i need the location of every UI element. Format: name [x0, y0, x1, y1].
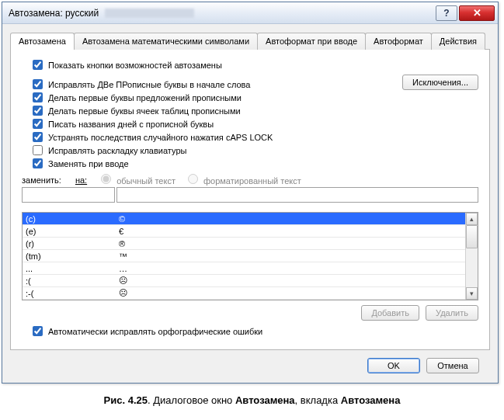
table-row[interactable]: :(☹ [23, 275, 465, 287]
replace-label: заменить: [22, 175, 61, 185]
ok-button[interactable]: OK [367, 358, 420, 373]
chk-keyboard[interactable] [33, 145, 43, 155]
tab-panel: Показать кнопки возможностей автозамены … [10, 49, 490, 350]
tab-actions[interactable]: Действия [431, 33, 485, 50]
tab-autocorrect[interactable]: Автозамена [10, 33, 75, 50]
tab-strip: Автозамена Автозамена математическими си… [10, 33, 490, 50]
table-row[interactable]: (e)€ [23, 225, 465, 238]
lbl-keyboard: Исправлять раскладку клавиатуры [48, 146, 186, 155]
cancel-button[interactable]: Отмена [426, 358, 479, 373]
title-bar[interactable]: Автозамена: русский ? ✕ [2, 2, 498, 24]
cell-from: ... [23, 264, 116, 273]
window-title: Автозамена: русский [9, 8, 436, 19]
exceptions-button[interactable]: Исключения... [402, 75, 478, 90]
cell-to: … [116, 264, 465, 273]
table-row[interactable]: (r)® [23, 238, 465, 250]
title-blur [105, 9, 194, 18]
with-label: на: [75, 175, 87, 185]
chk-show-buttons[interactable] [33, 60, 43, 70]
radio-plain-wrap: обычный текст [101, 174, 176, 186]
figure-caption: Рис. 4.25. Диалоговое окно Автозамена, в… [0, 385, 504, 411]
chk-spellfix[interactable] [33, 326, 43, 336]
cell-to: ☹ [116, 276, 465, 286]
delete-button[interactable]: Удалить [426, 305, 478, 321]
lbl-cap-cells: Делать первые буквы ячеек таблиц прописн… [48, 106, 241, 116]
chk-cap-sentences[interactable] [33, 92, 43, 102]
lbl-replace: Заменять при вводе [48, 159, 129, 168]
radio-formatted-wrap: форматированный текст [188, 174, 301, 186]
chk-capslock[interactable] [33, 132, 43, 142]
table-row[interactable]: :-(☹ [23, 287, 465, 300]
scroll-track[interactable] [466, 225, 478, 287]
with-input[interactable] [116, 187, 478, 203]
scroll-down-button[interactable]: ▾ [466, 287, 478, 300]
lbl-two-caps: Исправлять ДВе ПРописные буквы в начале … [48, 80, 250, 89]
lbl-show-buttons: Показать кнопки возможностей автозамены [48, 61, 222, 70]
table-row[interactable]: (tm)™ [23, 250, 465, 262]
cell-from: :( [23, 276, 116, 286]
radio-formatted-label: форматированный текст [203, 176, 301, 186]
cell-to: ™ [116, 252, 465, 261]
tab-math-autocorrect[interactable]: Автозамена математическими символами [74, 33, 258, 50]
chk-replace[interactable] [33, 158, 43, 168]
tab-autoformat-typing[interactable]: Автоформат при вводе [257, 33, 366, 50]
table-inner[interactable]: (c)©(e)€(r)®(tm)™...…:(☹:-(☹ [23, 213, 465, 300]
replacements-table: (c)©(e)€(r)®(tm)™...…:(☹:-(☹ ▴ ▾ [22, 212, 478, 300]
cell-from: (c) [23, 214, 116, 224]
dialog-body: Автозамена Автозамена математическими си… [2, 24, 498, 383]
replace-input[interactable] [22, 187, 115, 203]
radio-plain-label: обычный текст [116, 176, 176, 186]
cell-from: (r) [23, 239, 116, 248]
lbl-cap-sentences: Делать первые буквы предложений прописны… [48, 93, 242, 102]
chk-cap-cells[interactable] [33, 106, 43, 116]
scrollbar[interactable]: ▴ ▾ [465, 213, 478, 300]
cell-from: (tm) [23, 252, 116, 261]
autocorrect-dialog: Автозамена: русский ? ✕ Автозамена Автоз… [2, 2, 499, 384]
chk-two-caps[interactable] [33, 79, 43, 89]
tab-autoformat[interactable]: Автоформат [365, 33, 432, 50]
close-button[interactable]: ✕ [459, 5, 495, 21]
scroll-thumb[interactable] [466, 225, 478, 248]
cell-from: :-( [23, 289, 116, 298]
caption-prefix: Рис. 4.25 [104, 394, 148, 406]
cell-to: ® [116, 239, 465, 248]
scroll-up-button[interactable]: ▴ [466, 213, 478, 225]
cell-to: € [116, 227, 465, 236]
lbl-spellfix: Автоматически исправлять орфографические… [48, 327, 262, 336]
chk-cap-days[interactable] [33, 119, 43, 129]
table-row[interactable]: ...… [23, 262, 465, 275]
add-button[interactable]: Добавить [361, 305, 419, 321]
lbl-cap-days: Писать названия дней с прописной буквы [48, 120, 214, 129]
cell-from: (e) [23, 227, 116, 236]
radio-formatted[interactable] [188, 174, 198, 184]
help-button[interactable]: ? [436, 5, 457, 21]
table-row[interactable]: (c)© [23, 213, 465, 225]
cell-to: ☹ [116, 288, 465, 298]
title-text: Автозамена: русский [9, 8, 99, 19]
radio-plain[interactable] [101, 174, 111, 184]
lbl-capslock: Устранять последствия случайного нажатия… [48, 133, 273, 142]
cell-to: © [116, 214, 465, 224]
